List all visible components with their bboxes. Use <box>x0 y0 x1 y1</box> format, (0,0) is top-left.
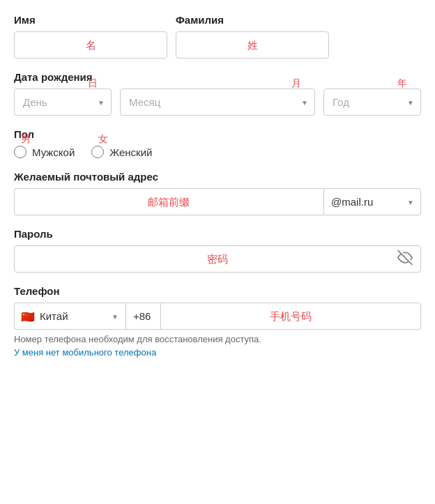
first-name-input[interactable] <box>14 31 167 59</box>
month-select[interactable]: МесяцЯнварьФевральМартАпрельМайИюньИюльА… <box>120 89 315 116</box>
password-label: Пароль <box>14 228 421 240</box>
no-phone-link[interactable]: У меня нет мобильного телефона <box>14 347 421 358</box>
email-domain-select[interactable]: @mail.ru <box>323 188 421 215</box>
phone-input[interactable] <box>160 303 421 330</box>
email-label: Желаемый почтовый адрес <box>14 171 421 183</box>
last-name-label: Фамилия <box>176 14 329 26</box>
email-domain-wrapper: @mail.ru <box>323 188 421 215</box>
phone-country-wrapper: 🇨🇳 Китай <box>14 303 125 330</box>
gender-female-option[interactable]: 女 Женский <box>91 146 152 158</box>
gender-male-label: Мужской <box>32 146 75 158</box>
phone-row: 🇨🇳 Китай +86 手机号码 <box>14 303 421 330</box>
password-toggle-icon[interactable] <box>397 250 413 268</box>
gender-male-radio[interactable] <box>14 146 26 158</box>
password-input[interactable] <box>14 245 421 273</box>
phone-input-wrapper: 手机号码 <box>160 303 421 330</box>
month-select-wrapper: 月 МесяцЯнварьФевральМартАпрельМайИюньИюл… <box>120 89 315 116</box>
first-name-label: Имя <box>14 14 167 26</box>
gender-female-radio[interactable] <box>91 146 104 158</box>
birth-date-label: Дата рождения <box>14 71 421 83</box>
year-select-wrapper: 年 Год20262025202420232022202120202019201… <box>323 89 421 116</box>
email-input[interactable] <box>14 188 323 215</box>
gender-label: Пол <box>14 128 421 140</box>
day-select[interactable]: День123456789101112131415161718192021222… <box>14 89 112 116</box>
gender-male-option[interactable]: 男 Мужской <box>14 146 75 158</box>
gender-female-label: Женский <box>109 146 152 158</box>
phone-code: +86 <box>125 303 160 330</box>
password-wrapper: 密码 <box>14 245 421 273</box>
year-select[interactable]: Год2026202520242023202220212020201920182… <box>323 89 421 116</box>
day-select-wrapper: 日 День1234567891011121314151617181920212… <box>14 89 112 116</box>
phone-help-text: Номер телефона необходим для восстановле… <box>14 334 421 344</box>
last-name-input[interactable] <box>176 31 329 59</box>
phone-country-select[interactable]: Китай <box>14 303 125 330</box>
phone-label: Телефон <box>14 285 421 297</box>
